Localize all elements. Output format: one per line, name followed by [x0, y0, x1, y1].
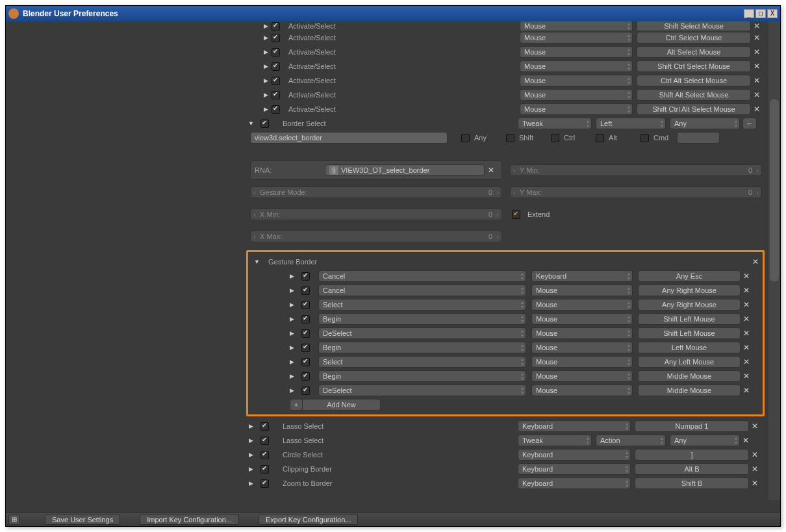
action-dropdown[interactable]: Select▴▾ — [318, 356, 526, 368]
collapse-icon[interactable]: ▼ — [247, 120, 255, 127]
mod-alt-checkbox[interactable] — [596, 134, 604, 142]
delete-icon[interactable]: ✕ — [741, 357, 752, 366]
expand-icon[interactable]: ▶ — [288, 287, 296, 294]
expand-icon[interactable]: ▶ — [288, 301, 296, 308]
binding-button[interactable]: Shift Alt Select Mouse — [637, 89, 751, 101]
export-config-button[interactable]: Export Key Configuration... — [259, 514, 358, 525]
maximize-button[interactable]: □ — [755, 9, 766, 18]
add-new-button[interactable]: Add New — [303, 399, 381, 411]
minimize-button[interactable]: _ — [744, 9, 754, 18]
binding-button[interactable]: Shift Ctrl Select Mouse — [637, 60, 751, 72]
binding-button[interactable]: Shift Select Mouse — [637, 21, 751, 31]
type-dropdown[interactable]: Mouse▴▾ — [520, 75, 633, 86]
type-dropdown[interactable]: Mouse▴▾ — [520, 46, 633, 58]
type-dropdown[interactable]: Mouse▴▾ — [531, 370, 633, 382]
type-dropdown[interactable]: Keyboard▴▾ — [518, 420, 631, 432]
expand-icon[interactable]: ▶ — [288, 359, 296, 365]
binding-button[interactable]: Alt B — [635, 463, 749, 475]
type-dropdown[interactable]: Mouse▴▾ — [531, 385, 633, 396]
type-dropdown[interactable]: Mouse▴▾ — [531, 299, 633, 310]
type-dropdown[interactable]: Mouse▴▾ — [531, 285, 633, 296]
delete-icon[interactable]: ✕ — [749, 464, 761, 474]
expand-icon[interactable]: ▶ — [288, 387, 296, 394]
extra-key-field[interactable] — [677, 132, 720, 144]
mod-any-checkbox[interactable] — [461, 134, 470, 142]
delete-icon[interactable]: ✕ — [751, 105, 763, 114]
expand-icon[interactable]: ▶ — [247, 451, 255, 458]
action-dropdown[interactable]: DeSelect▴▾ — [318, 385, 526, 396]
binding-button[interactable]: Any Right Mouse — [638, 285, 741, 296]
type-dropdown[interactable]: Keyboard▴▾ — [518, 477, 631, 489]
enable-checkbox[interactable] — [301, 372, 310, 381]
mod-shift-checkbox[interactable] — [506, 134, 514, 142]
type-dropdown[interactable]: Keyboard▴▾ — [518, 449, 631, 461]
titlebar[interactable]: Blender User Preferences _ □ X — [6, 6, 780, 21]
action-dropdown[interactable]: Cancel▴▾ — [318, 285, 526, 296]
delete-icon[interactable]: ✕ — [751, 62, 763, 71]
delete-icon[interactable]: ✕ — [741, 314, 752, 323]
delete-icon[interactable]: ✕ — [741, 300, 752, 309]
delete-icon[interactable]: ✕ — [741, 386, 752, 395]
expand-icon[interactable]: ▶ — [262, 49, 270, 55]
operator-input[interactable]: view3d.select_border — [250, 132, 448, 144]
rna-field[interactable]: § VIEW3D_OT_select_border — [325, 164, 485, 176]
mod-cmd-checkbox[interactable] — [640, 134, 649, 142]
mod-ctrl-checkbox[interactable] — [551, 134, 559, 142]
binding-button[interactable]: Middle Mouse — [638, 385, 741, 396]
binding-button[interactable]: Shift Left Mouse — [638, 327, 741, 339]
enable-checkbox[interactable] — [272, 105, 280, 114]
expand-icon[interactable]: ▶ — [247, 480, 255, 487]
delete-icon[interactable]: ✕ — [751, 90, 763, 99]
delete-icon[interactable]: ✕ — [740, 436, 752, 445]
delete-icon[interactable]: ✕ — [741, 272, 752, 281]
expand-icon[interactable]: ▶ — [262, 106, 270, 112]
type-dropdown[interactable]: Tweak▴▾ — [518, 118, 592, 129]
enable-checkbox[interactable] — [260, 422, 269, 431]
xmin-field[interactable]: X Min:0 — [250, 209, 502, 220]
plus-icon[interactable]: + — [290, 399, 303, 411]
expand-icon[interactable]: ▶ — [288, 344, 296, 351]
opt1-dropdown[interactable]: Action▴▾ — [596, 435, 666, 446]
gesture-mode-field[interactable]: Gesture Mode:0 — [250, 186, 502, 198]
expand-icon[interactable]: ▶ — [262, 34, 270, 41]
clear-rna-icon[interactable]: ✕ — [485, 166, 498, 175]
enable-checkbox[interactable] — [301, 344, 310, 352]
expand-icon[interactable]: ▶ — [247, 437, 255, 444]
binding-button[interactable]: Alt Select Mouse — [637, 46, 751, 58]
binding-button[interactable]: Any Esc — [638, 270, 741, 282]
action-dropdown[interactable]: Begin▴▾ — [318, 370, 526, 382]
delete-icon[interactable]: ✕ — [749, 479, 761, 488]
expand-icon[interactable]: ▶ — [288, 273, 296, 279]
enable-checkbox[interactable] — [260, 437, 269, 445]
expand-icon[interactable]: ▶ — [262, 63, 270, 70]
tweak-direction-dropdown[interactable]: Any▴▾ — [670, 118, 740, 129]
expand-icon[interactable]: ▶ — [262, 92, 270, 98]
delete-icon[interactable]: ✕ — [751, 21, 763, 31]
delete-icon[interactable]: ✕ — [741, 343, 752, 352]
expand-icon[interactable]: ▶ — [262, 77, 270, 84]
extend-checkbox[interactable] — [512, 210, 520, 219]
enable-checkbox[interactable] — [301, 301, 310, 309]
enable-checkbox[interactable] — [272, 77, 280, 85]
delete-icon[interactable]: ✕ — [741, 372, 752, 381]
back-button[interactable]: ← — [742, 118, 757, 129]
type-dropdown[interactable]: Mouse▴▾ — [520, 103, 633, 115]
type-dropdown[interactable]: Keyboard▴▾ — [518, 463, 631, 475]
enable-checkbox[interactable] — [301, 329, 310, 338]
delete-icon[interactable]: ✕ — [751, 33, 763, 42]
enable-checkbox[interactable] — [272, 91, 280, 99]
binding-button[interactable]: ] — [635, 449, 749, 461]
enable-checkbox[interactable] — [260, 120, 269, 128]
type-dropdown[interactable]: Mouse▴▾ — [531, 342, 633, 353]
type-dropdown[interactable]: Mouse▴▾ — [520, 60, 633, 72]
expand-icon[interactable]: ▶ — [262, 23, 270, 29]
expand-icon[interactable]: ▶ — [288, 330, 296, 336]
type-dropdown[interactable]: Mouse▴▾ — [520, 32, 633, 44]
enable-checkbox[interactable] — [301, 315, 310, 323]
action-dropdown[interactable]: Select▴▾ — [318, 299, 526, 310]
expand-icon[interactable]: ▶ — [247, 423, 255, 429]
binding-button[interactable]: Numpad 1 — [635, 420, 749, 432]
enable-checkbox[interactable] — [301, 386, 310, 395]
type-dropdown[interactable]: Mouse▴▾ — [520, 89, 633, 101]
binding-button[interactable]: Shift Ctrl Alt Select Mouse — [637, 103, 751, 115]
